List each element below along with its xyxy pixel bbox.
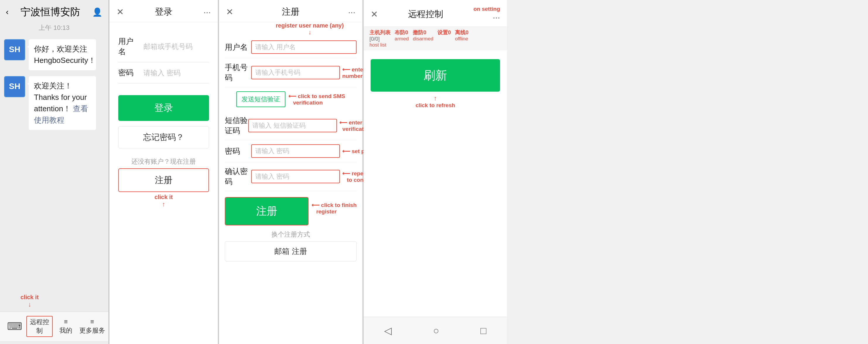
- register-mobile-row: 手机号码 ⟵ enter mobilenumber: [225, 58, 356, 87]
- login-close-btn[interactable]: ✕: [117, 7, 124, 17]
- nav-home-btn[interactable]: ○: [427, 323, 445, 338]
- link-view[interactable]: 查看: [73, 104, 88, 113]
- remote-header: ✕ 远程控制 on setting ···: [364, 0, 507, 27]
- reg-password-input[interactable]: [251, 144, 340, 158]
- finish-annotation: ⟵ click to finish register: [311, 202, 356, 215]
- reg-smscode-label: 短信验证码: [225, 115, 248, 136]
- chat-time: 上午 10:13: [0, 22, 108, 36]
- login-btn[interactable]: 登录: [118, 95, 209, 121]
- profile-icon[interactable]: 👤: [92, 7, 102, 17]
- back-icon[interactable]: ‹: [6, 7, 8, 17]
- reg-smscode-input[interactable]: [248, 119, 337, 132]
- remote-title: 远程控制: [378, 8, 473, 20]
- armed-key: 布防0: [395, 29, 409, 36]
- username-annotation-arrow: ↓: [308, 29, 311, 36]
- reg-confirm-input[interactable]: [251, 170, 340, 183]
- more-icon: ≡: [90, 318, 94, 325]
- panel-chat: ‹ 宁波恒博安防 👤 上午 10:13 SH 你好，欢迎关注HengboSecu…: [0, 0, 108, 344]
- chat-messages: SH 你好，欢迎关注HengboSecurity！ SH 欢迎关注！Thanks…: [0, 36, 108, 312]
- switch-register-label: 换个注册方式: [225, 230, 356, 239]
- login-username-label: 用户名: [118, 36, 139, 57]
- avatar-1: SH: [4, 39, 25, 60]
- status-offline: 离线0 offline: [455, 29, 468, 42]
- reg-mobile-input[interactable]: [251, 66, 340, 79]
- avatar-2: SH: [4, 76, 25, 97]
- chat-bubble-2: 欢迎关注！Thanks for your attention！ 查看 使用教程: [29, 76, 96, 130]
- click-it-arrow: ↓: [28, 301, 31, 308]
- remote-body: 刷新 ↑ click to refresh: [364, 50, 507, 317]
- reg-confirm-label: 确认密码: [225, 166, 251, 187]
- login-username-input[interactable]: [144, 42, 231, 51]
- register-btn-wrapper: 注册 ⟵ click to finish register: [225, 191, 356, 225]
- refresh-arrow: ↑: [434, 95, 437, 102]
- login-title: 登录: [124, 6, 204, 18]
- click-it-label: click it: [21, 294, 39, 301]
- chat-header: ‹ 宁波恒博安防 👤: [0, 0, 108, 22]
- remote-close-btn[interactable]: ✕: [371, 9, 378, 19]
- link-tutorial[interactable]: 使用教程: [34, 116, 64, 124]
- more-label: 更多服务: [79, 326, 105, 335]
- register-hint: 还没有账户？现在注册: [118, 157, 209, 166]
- panel-register: ✕ 注册 ··· register user name (any) ↓ 用户名 …: [219, 0, 363, 344]
- register-more-btn[interactable]: ···: [348, 7, 355, 17]
- reg-username-label: 用户名: [225, 42, 251, 53]
- reg-password-label: 密码: [225, 146, 251, 156]
- refresh-annotation-text: click to refresh: [415, 102, 455, 108]
- svg-text:SH: SH: [9, 45, 21, 54]
- status-hostlist: 主机列表 [0/0] host list: [369, 29, 391, 48]
- sms-annotation-text: ⟵ click to send SMS verification: [288, 93, 345, 106]
- sms-send-row: 发送短信验证 ⟵ click to send SMS verification: [225, 87, 356, 111]
- reg-username-input[interactable]: [251, 40, 356, 54]
- remote-bottom-nav: ◁ ○ □: [364, 317, 507, 344]
- disarmed-label: disarmed: [413, 36, 433, 42]
- chat-message-1: SH 你好，欢迎关注HengboSecurity！: [4, 39, 104, 70]
- remote-status-bar: 主机列表 [0/0] host list 布防0 armed 撤防0 disar…: [364, 27, 507, 50]
- tab-mine[interactable]: ≡ 我的: [53, 318, 79, 335]
- tab-remote-control[interactable]: 远程控制: [26, 316, 53, 337]
- status-disarmed: 撤防0 disarmed: [413, 29, 433, 42]
- nav-back-btn[interactable]: ◁: [378, 323, 398, 338]
- on-setting-annotation: on setting: [473, 6, 500, 12]
- register-header: ✕ 注册 ···: [219, 0, 363, 22]
- register-close-btn[interactable]: ✕: [226, 7, 233, 17]
- finish-register-btn[interactable]: 注册: [225, 197, 309, 225]
- goto-register-btn[interactable]: 注册: [118, 168, 209, 192]
- armed-label: armed: [395, 36, 409, 42]
- forgot-password-btn[interactable]: 忘记密码？: [118, 126, 209, 149]
- on-setting-wrapper: on setting ···: [473, 6, 500, 22]
- refresh-btn[interactable]: 刷新: [371, 59, 500, 92]
- status-settings: 设置0: [437, 29, 451, 36]
- mine-icon: ≡: [64, 318, 68, 325]
- status-armed: 布防0 armed: [395, 29, 409, 42]
- mine-label: 我的: [59, 326, 72, 335]
- nav-recents-btn[interactable]: □: [474, 323, 492, 338]
- login-more-btn[interactable]: ···: [204, 7, 211, 17]
- email-register-btn[interactable]: 邮箱 注册: [225, 241, 356, 261]
- refresh-annotation: ↑ click to refresh: [415, 95, 455, 108]
- username-annotation-label: register user name (any): [276, 22, 344, 29]
- username-annotation-top: register user name (any) ↓: [263, 22, 356, 36]
- login-username-row: 用户名: [118, 31, 209, 62]
- login-click-it-arrow: ↑: [162, 200, 165, 208]
- register-confirm-row: 确认密码 ⟵ repeat password to confirm: [225, 162, 356, 191]
- chat-bottom-bar: ⌨ 远程控制 ≡ 我的 ≡ 更多服务: [0, 312, 108, 341]
- panel-remote: ✕ 远程控制 on setting ··· 主机列表 [0/0] host li…: [364, 0, 507, 344]
- keyboard-icon[interactable]: ⌨: [3, 318, 26, 334]
- tab-more-services[interactable]: ≡ 更多服务: [79, 318, 105, 335]
- settings-key: 设置0: [437, 29, 451, 36]
- login-password-input[interactable]: [144, 69, 231, 77]
- register-smscode-row: 短信验证码 ⟵ enter SMS verification No.: [225, 111, 356, 140]
- click-it-below: click it ↑: [118, 194, 209, 208]
- remote-control-label: 远程控制: [26, 316, 53, 337]
- send-sms-btn[interactable]: 发送短信验证: [236, 91, 285, 107]
- sms-annotation: ⟵ click to send SMS verification: [288, 91, 345, 107]
- register-password-row: 密码 ⟵ set password: [225, 140, 356, 162]
- svg-text:SH: SH: [9, 82, 21, 91]
- panel-login: ✕ 登录 ··· 用户名 密码 登录 忘记密码？ 还没有账户？现在注册 注册 c…: [110, 0, 218, 344]
- login-password-label: 密码: [118, 68, 139, 78]
- remote-more-btn[interactable]: ···: [493, 12, 500, 22]
- reg-mobile-label: 手机号码: [225, 62, 251, 83]
- hostlist-label: host list: [369, 42, 391, 48]
- register-form-wrapper: register user name (any) ↓ 用户名 手机号码 ⟵ en…: [219, 22, 363, 261]
- disarmed-key: 撤防0: [413, 29, 433, 36]
